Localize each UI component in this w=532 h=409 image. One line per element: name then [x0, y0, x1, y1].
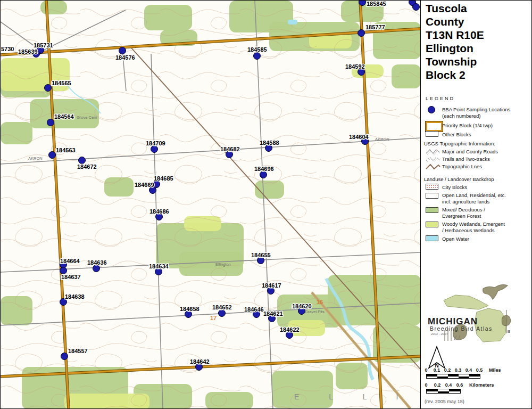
km-scale-bar: [426, 389, 461, 394]
bba-point-label: 184638: [65, 293, 85, 300]
legend-label: Topographic Lnes: [442, 163, 482, 170]
topo-map: AKRONAKRONEllingtonGravel PitsGrove Cem1…: [1, 1, 420, 408]
miles-scale-labels: 00.10.20.30.40.5Miles: [426, 367, 527, 373]
scale-tick: 0.4: [466, 367, 472, 373]
bba-point-label: 184669: [135, 182, 154, 188]
bba-point-dot: [254, 53, 261, 60]
bba-point-dot: [49, 152, 56, 159]
bba-point-label: 184646: [244, 306, 264, 313]
bba-point-label: 184664: [60, 258, 80, 264]
legend-label: Priority Block (1/4 twp): [442, 122, 493, 129]
bba-point-label: 184709: [146, 140, 165, 146]
trails-zigzag-icon: [426, 156, 440, 162]
section-number: 17: [210, 315, 217, 321]
bba-point-label: 184621: [263, 310, 283, 317]
bba-point-label: 184576: [115, 54, 135, 61]
legend-label: Evergreen Forest: [442, 213, 485, 219]
bba-point-label: 184637: [61, 274, 81, 280]
legend-label: / Herbaceous Wetlands: [442, 227, 505, 234]
bba-point-label: 184658: [180, 306, 200, 312]
title-line: Ellington: [426, 42, 484, 55]
bba-point-label: 184565: [52, 80, 71, 86]
legend-label: (each numbered): [442, 113, 510, 119]
bba-point-label: 184686: [149, 208, 169, 215]
bba-point-label: 184634: [149, 263, 169, 269]
bba-point-label: 184696: [254, 166, 274, 172]
legend-label: Major and County Roads: [442, 149, 498, 155]
forest-swatch: [426, 207, 438, 213]
legend-label: City Blocks: [442, 184, 467, 191]
bba-point-label: 184617: [262, 282, 281, 289]
miles-scale-bar: [426, 374, 480, 379]
north-arrow: N: [427, 346, 446, 370]
title-line: Block 2: [426, 68, 484, 81]
bba-point-dot: [61, 353, 68, 360]
priority-block-swatch: [426, 121, 443, 132]
bba-point-label: 185845: [367, 1, 386, 7]
township-name-letters: E L L I N G: [294, 392, 420, 401]
bba-point-dot: [358, 30, 365, 37]
scale-unit: Miles: [489, 367, 501, 373]
bba-point-dot: [47, 119, 54, 126]
bba-point-label: 184642: [190, 358, 210, 365]
bba-point-dot: [45, 85, 52, 92]
legend-label: incl. agriculture lands: [442, 199, 506, 205]
bba-point-label: 184682: [220, 146, 240, 152]
bba-point-label: 185777: [365, 24, 385, 30]
bba-point-dot: [93, 265, 100, 272]
legend-label: Trails and Two-tracks: [442, 156, 490, 162]
other-blocks-swatch: [426, 131, 438, 137]
legend-label: Other Blocks: [442, 132, 471, 138]
scale-tick: 0.4: [445, 382, 452, 388]
wetlands-swatch: [426, 222, 438, 227]
road-label: Grove Cem: [77, 115, 97, 120]
city-blocks-swatch: [426, 184, 438, 190]
bba-point-label: 184592: [345, 63, 365, 70]
legend-label: Open Water: [442, 236, 469, 242]
bba-point-icon: [428, 106, 435, 113]
bba-point-label: 184564: [54, 113, 74, 120]
map-canvas: AKRONAKRONEllingtonGravel PitsGrove Cem1…: [1, 1, 420, 408]
bba-point-label: 184557: [68, 348, 88, 354]
scale-tick: 0.2: [444, 367, 451, 373]
topo-zigzag-icon: [426, 163, 440, 170]
legend-label: Mixed/ Deciduous /: [442, 207, 485, 213]
bba-point-label: 184563: [56, 147, 76, 153]
road-label: AKRON: [28, 156, 43, 161]
scale-tick: 0.2: [434, 382, 441, 388]
title-line: County: [426, 15, 484, 28]
scale-tick: 0.1: [434, 367, 440, 373]
title-line: Township: [426, 55, 484, 68]
bba-point-label: 184652: [212, 304, 232, 310]
scale-tick: 0: [425, 382, 427, 388]
landuse-heading: Landuse / Landcover Backdrop: [424, 176, 494, 182]
bba-point-label: 184585: [247, 46, 267, 53]
bba-point-dot: [413, 4, 420, 11]
bba-point-label: 185731: [34, 42, 53, 48]
bba-point-dot: [219, 310, 226, 317]
km-scale-labels: 00.20.40.6Kilometers: [426, 382, 527, 388]
scale-tick: 0.6: [456, 382, 463, 388]
road-label: AKRON: [375, 137, 389, 142]
bba-point-label: 185639: [18, 48, 38, 55]
bba-point-label: 184685: [154, 175, 173, 182]
map-title: Tuscola County T13N R10E Ellington Towns…: [426, 2, 484, 81]
michigan-bba-logo: MICHIGAN Breeding Bird Atlas 2002 - 2007…: [423, 284, 530, 344]
legend-label: Open Land, Residential, etc.: [442, 192, 506, 199]
bba-point-label: 184604: [349, 134, 369, 140]
road-label: Ellington: [215, 262, 231, 267]
usgs-heading: USGS Topographic Information:: [424, 141, 495, 146]
bba-point-dot: [60, 267, 67, 274]
title-line: T13N R10E: [426, 28, 484, 42]
legend-label: Woody Wetlands, Emergent: [442, 221, 505, 227]
legend-heading: LEGEND: [426, 96, 455, 101]
bba-point-dot: [119, 47, 126, 54]
scale-unit: Kilometers: [469, 382, 494, 388]
bba-point-label: 184655: [251, 252, 271, 258]
bba-point-dot: [151, 146, 158, 153]
bba-point-label: 184622: [280, 326, 300, 333]
bba-point-dot: [260, 171, 267, 178]
bba-point-dot: [79, 157, 86, 164]
bba-point-label: 184672: [77, 163, 97, 170]
scale-tick: 0.5: [476, 367, 483, 373]
